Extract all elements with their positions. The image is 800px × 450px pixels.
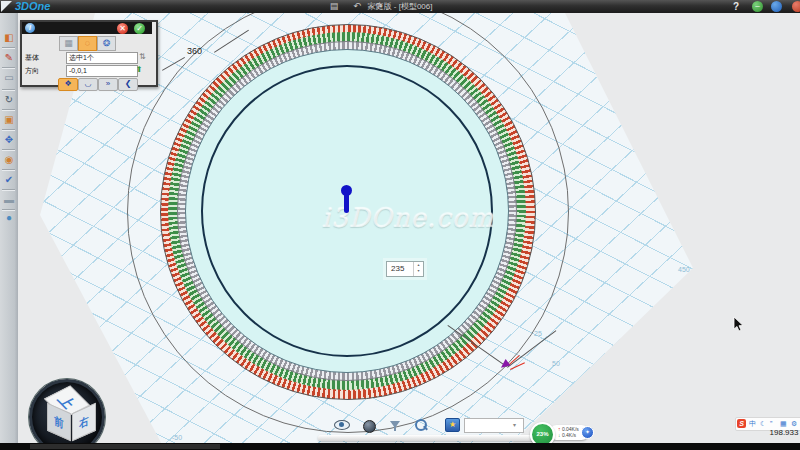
divider — [2, 47, 15, 49]
tool-material-icon[interactable]: ◉ — [2, 153, 16, 167]
swap-selection-icon[interactable]: ⇅ — [139, 52, 146, 61]
os-taskbar-segment[interactable] — [30, 444, 220, 449]
divider — [2, 89, 15, 91]
tool-section-icon[interactable]: ▬ — [2, 193, 16, 207]
grid-label: 25 — [534, 330, 542, 337]
minimize-button[interactable]: – — [752, 1, 763, 12]
linear-pattern-toggle[interactable]: ▦ — [59, 36, 78, 51]
preview-option-4[interactable]: ❮ — [118, 78, 138, 91]
grid-label: 50 — [552, 360, 560, 367]
title-bar: 3DOne ▤ ↶ ↷ 家庭版 - [模型006] ? – — [0, 0, 800, 13]
circular-pattern-toggle[interactable]: ◌ — [78, 36, 97, 51]
preview-option-3[interactable]: » — [98, 78, 118, 91]
preview-option-2[interactable]: ◡ — [78, 78, 98, 91]
orbit-icon[interactable] — [363, 420, 376, 433]
measurement-readout: 198.933 mm — [728, 428, 800, 437]
window-title: 家庭版 - [模型006] — [0, 0, 800, 13]
chevron-down-icon[interactable]: ▾ — [513, 419, 516, 432]
divider — [2, 67, 15, 69]
download-arrow-icon: ↓ — [558, 432, 561, 438]
left-toolbar: ◧ ✎ ▭ ↻ ▣ ✥ ◉ ✔ ▬ ● — [0, 13, 19, 443]
grid-label: -50 — [172, 434, 182, 441]
tool-revolve-icon[interactable]: ↻ — [2, 93, 16, 107]
axis-pin-stem[interactable] — [344, 193, 349, 213]
close-button[interactable] — [792, 1, 800, 12]
view-cube[interactable]: 上 前 右 — [29, 379, 105, 443]
spherical-pattern-toggle[interactable]: ❂ — [97, 36, 116, 51]
tool-plane-icon[interactable]: ▭ — [2, 71, 16, 85]
base-field-label: 基体 — [25, 53, 65, 63]
grid-label: 450 — [678, 266, 690, 273]
view-dropdown[interactable]: ▾ — [464, 418, 524, 433]
tool-sketch-icon[interactable]: ◧ — [2, 31, 16, 45]
divider — [2, 109, 15, 111]
info-icon: i — [25, 23, 35, 33]
tool-sphere-icon[interactable]: ● — [2, 211, 16, 225]
pick-direction-icon[interactable]: ⬆ — [136, 65, 143, 74]
visibility-eye-icon[interactable] — [334, 419, 349, 429]
dialog-header[interactable]: i ✕ ✓ — [22, 22, 152, 34]
pattern-dialog[interactable]: i ✕ ✓ ▦ ◌ ❂ 基体 选中1个 ⇅ 方向 -0,0,1 ⬆ ❖ ◡ » … — [20, 20, 158, 87]
value-spinner[interactable]: 235 ▴▾ — [386, 261, 424, 277]
battery-badge[interactable]: 23% — [530, 422, 555, 443]
watermark: i3DOne.com — [298, 203, 518, 233]
help-button[interactable]: ? — [733, 0, 739, 13]
tool-move-icon[interactable]: ✥ — [2, 133, 16, 147]
toolbar-shelf — [318, 435, 536, 441]
mouse-cursor — [733, 316, 744, 332]
divider — [2, 189, 15, 191]
tool-edit-icon[interactable]: ✎ — [2, 51, 16, 65]
confirm-button[interactable]: ✓ — [134, 23, 145, 34]
divider — [2, 129, 15, 131]
filter-icon-stem — [394, 426, 396, 431]
preview-option-1[interactable]: ❖ — [58, 78, 78, 91]
spinner-value[interactable]: 235 — [391, 262, 404, 276]
favorite-view-icon[interactable]: ★ — [445, 418, 460, 432]
divider — [2, 149, 15, 151]
eye-pupil — [339, 422, 344, 427]
tool-solid-icon[interactable]: ▣ — [2, 113, 16, 127]
base-field-input[interactable]: 选中1个 — [66, 52, 138, 64]
booster-icon[interactable]: ✦ — [581, 426, 594, 439]
restore-button[interactable] — [771, 1, 782, 12]
tool-verify-icon[interactable]: ✔ — [2, 173, 16, 187]
direction-field-label: 方向 — [25, 66, 65, 76]
dimension-label: 360 — [187, 46, 202, 56]
direction-field-input[interactable]: -0,0,1 — [66, 65, 138, 77]
sogou-logo-icon[interactable]: S — [737, 419, 746, 428]
spinner-arrows[interactable]: ▴▾ — [413, 262, 423, 276]
cancel-button[interactable]: ✕ — [117, 23, 128, 34]
divider — [2, 169, 15, 171]
